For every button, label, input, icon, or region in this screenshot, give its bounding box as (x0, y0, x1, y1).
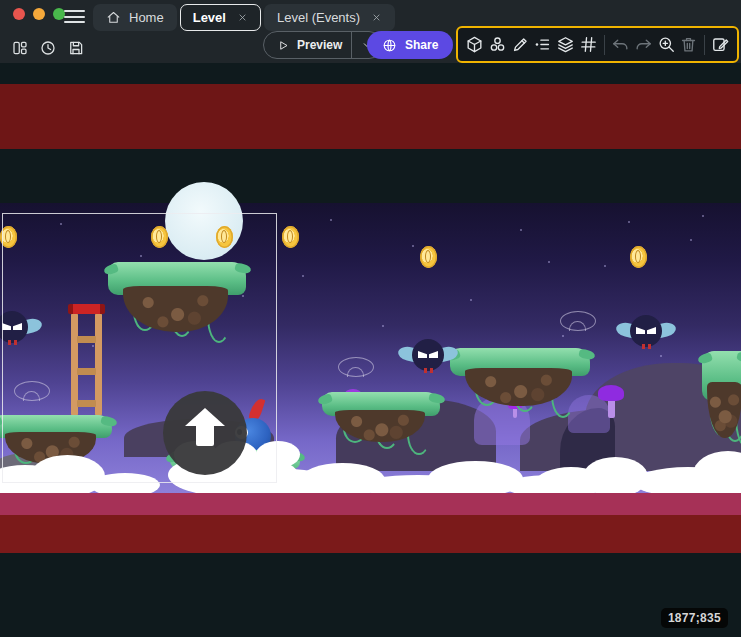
bat-body (412, 339, 444, 371)
tab-label: Level (Events) (277, 10, 360, 25)
coin-object[interactable] (630, 246, 647, 268)
close-window-button[interactable] (13, 8, 25, 20)
window-controls (13, 8, 65, 20)
bat-enemy-object[interactable] (617, 314, 675, 354)
level-canvas[interactable]: 1877;835 (0, 63, 741, 637)
app-window: HomeLevelLevel (Events) Preview Share (0, 0, 741, 637)
selection-rectangle[interactable] (2, 213, 277, 483)
save-button[interactable] (63, 35, 88, 60)
island-platform[interactable] (702, 351, 741, 441)
cursor-coordinates: 1877;835 (661, 608, 728, 628)
grid-button[interactable] (577, 32, 600, 58)
star (690, 239, 692, 241)
star (604, 265, 606, 267)
star (520, 229, 522, 231)
star (330, 219, 332, 221)
close-tab-icon[interactable] (371, 12, 382, 23)
highlighted-toolbar (456, 26, 739, 63)
edit-button[interactable] (509, 32, 532, 58)
cloud (428, 461, 523, 497)
eye-outline-object[interactable] (338, 357, 374, 377)
mushroom-stem (608, 399, 615, 418)
tab-bar: HomeLevelLevel (Events) (93, 4, 395, 31)
preview-button-group: Preview (263, 31, 383, 59)
menu-icon[interactable] (64, 7, 85, 26)
share-button-label: Share (405, 38, 438, 52)
preview-button[interactable]: Preview (264, 32, 351, 58)
star (562, 335, 564, 337)
tab-label: Level (193, 10, 226, 25)
star (660, 355, 662, 357)
bat-body (630, 315, 662, 347)
mushroom (598, 385, 624, 420)
star (382, 325, 384, 327)
coin-object[interactable] (282, 226, 299, 248)
history-button[interactable] (35, 35, 60, 60)
bat-claws (642, 344, 645, 349)
minimize-window-button[interactable] (33, 8, 45, 20)
redo-button[interactable] (632, 32, 655, 58)
project-manager-button[interactable] (7, 35, 32, 60)
coin-object[interactable] (420, 246, 437, 268)
bat-claws (424, 368, 427, 373)
delete-button[interactable] (677, 32, 700, 58)
tab-home[interactable]: Home (93, 4, 177, 31)
edit-scene-button[interactable] (709, 32, 732, 58)
bat-eye (647, 327, 656, 334)
bottom-red-band (0, 515, 741, 553)
layers-button[interactable] (554, 32, 577, 58)
3d-box-button[interactable] (463, 32, 486, 58)
bat-enemy-object[interactable] (399, 338, 457, 378)
toolbar-left-icons (7, 35, 88, 60)
bottom-pink-band (0, 493, 741, 515)
bat-eye (418, 351, 427, 358)
instance-properties-button[interactable] (532, 32, 555, 58)
top-red-band (0, 84, 741, 149)
zoom-in-button[interactable] (655, 32, 678, 58)
star (548, 261, 550, 263)
undo-button[interactable] (609, 32, 632, 58)
mushroom-cap (598, 385, 624, 401)
globe-icon (382, 38, 397, 53)
toolbar-separator (704, 35, 705, 55)
tab-label: Home (129, 10, 164, 25)
share-button[interactable]: Share (367, 31, 453, 59)
star (702, 215, 704, 217)
eye-outline-object[interactable] (560, 311, 596, 331)
star (412, 245, 414, 247)
star (628, 221, 630, 223)
home-icon (106, 10, 121, 25)
bat-eye (429, 351, 438, 358)
toolbar-separator (604, 35, 605, 55)
preview-button-label: Preview (297, 38, 342, 52)
play-icon (277, 39, 290, 52)
star (302, 275, 304, 277)
tab-level[interactable]: Level (180, 4, 261, 31)
object-group-button[interactable] (486, 32, 509, 58)
island-platform[interactable] (450, 348, 590, 408)
island-platform[interactable] (322, 392, 440, 444)
close-tab-icon[interactable] (237, 12, 248, 23)
bat-eye (636, 327, 645, 334)
tab-level-events[interactable]: Level (Events) (264, 4, 395, 31)
star (470, 299, 472, 301)
